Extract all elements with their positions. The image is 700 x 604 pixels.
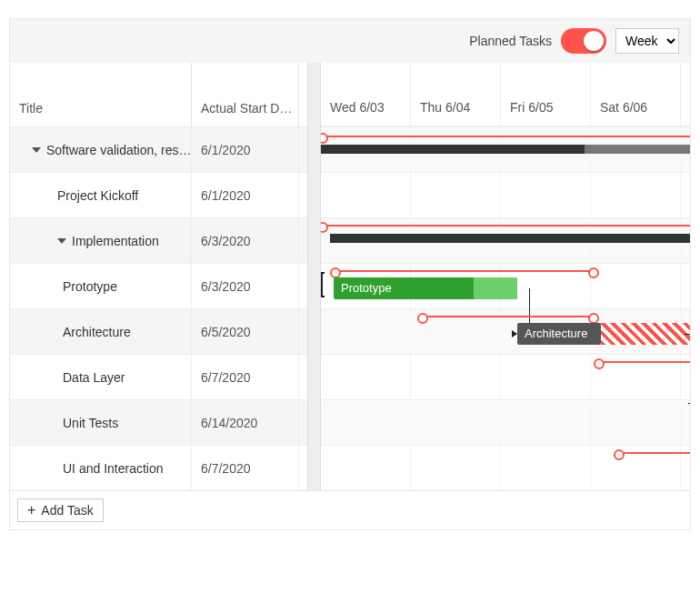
day-header: Sat 6/06 [591,63,681,126]
task-table: Title Actual Start D… Software validatio… [10,63,308,490]
add-task-label: Add Task [41,503,93,518]
task-start-cell: 6/7/2020 [192,446,299,490]
timeline-pane: Wed 6/03 Thu 6/04 Fri 6/05 Sat 6/06 [308,63,690,490]
planned-range[interactable] [334,270,595,272]
task-title: Implementation [72,234,159,248]
task-title: Data Layer [63,370,125,385]
planned-range[interactable] [617,452,690,454]
column-header-title[interactable]: Title [10,63,192,126]
table-row[interactable]: UI and Interaction 6/7/2020 [10,445,307,490]
column-header-start[interactable]: Actual Start D… [192,63,299,126]
gantt-grid: Title Actual Start D… Software validatio… [10,63,690,490]
summary-bar[interactable] [330,234,690,243]
task-title-cell: Unit Tests [10,400,192,445]
chevron-down-icon[interactable] [32,147,41,153]
chevron-down-icon[interactable] [57,238,66,244]
start-marker-icon [321,272,323,297]
task-bar-architecture[interactable]: Architecture [517,323,601,345]
dependency-link [688,403,690,474]
progress-remaining [474,277,517,299]
day-header: Fri 6/05 [501,63,591,126]
timeline-header: Wed 6/03 Thu 6/04 Fri 6/05 Sat 6/06 [321,63,690,126]
task-bar-late[interactable] [601,323,690,345]
summary-bar-overrun [585,145,690,154]
table-row[interactable]: Architecture 6/5/2020 [10,308,307,354]
task-table-header: Title Actual Start D… [10,63,307,126]
table-row[interactable]: Data Layer 6/7/2020 [10,354,307,399]
task-bar-label: Architecture [525,327,587,340]
task-start-cell: 6/7/2020 [192,355,299,399]
table-row[interactable]: Prototype 6/3/2020 [10,263,307,308]
table-row[interactable]: Project Kickoff 6/1/2020 [10,172,307,217]
task-start-cell: 6/3/2020 [192,218,299,263]
task-title-cell: Implementation [10,218,192,263]
task-table-body: Software validation, res… 6/1/2020 Proje… [10,126,307,490]
planned-tasks-toggle[interactable] [561,28,606,54]
view-scale-select[interactable]: Week [615,28,679,54]
add-task-button[interactable]: + Add Task [17,498,104,522]
task-start-cell: 6/3/2020 [192,264,299,308]
timeline-row-stripes [321,126,690,490]
task-bar-label: Prototype [341,281,392,295]
task-title: Project Kickoff [57,188,138,203]
toggle-knob [584,31,604,51]
task-title: Unit Tests [63,416,118,430]
task-title-cell: Data Layer [10,355,192,399]
task-title-cell: UI and Interaction [10,446,192,490]
task-title: Architecture [63,325,131,339]
planned-range[interactable] [321,225,690,226]
planned-tasks-label: Planned Tasks [469,34,552,48]
plus-icon: + [27,503,35,518]
planned-range[interactable] [421,316,595,317]
dependency-link [685,334,690,385]
task-start-cell: 6/1/2020 [192,173,299,217]
task-start-cell: 6/5/2020 [192,309,299,354]
task-title: Software validation, res… [46,143,192,157]
task-start-cell: 6/1/2020 [192,127,299,172]
task-title-cell: Software validation, res… [10,127,192,172]
planned-range[interactable] [321,136,690,137]
task-title-cell: Prototype [10,264,192,308]
task-title: UI and Interaction [63,461,164,476]
gantt-footer: + Add Task [10,490,690,529]
table-row[interactable]: Unit Tests 6/14/2020 [10,399,307,445]
task-title-cell: Architecture [10,309,192,354]
day-header: Thu 6/04 [411,63,501,126]
table-row[interactable]: Implementation 6/3/2020 [10,217,307,263]
task-start-cell: 6/14/2020 [192,400,299,445]
summary-bar[interactable] [312,145,585,154]
timeline-body[interactable]: Prototype Architecture [321,126,690,490]
splitter-handle[interactable] [308,63,321,490]
day-header: Wed 6/03 [321,63,411,126]
task-bar-prototype[interactable]: Prototype [334,277,517,299]
task-title: Prototype [63,279,117,294]
toolbar: Planned Tasks Week [10,19,690,63]
task-title-cell: Project Kickoff [10,173,192,217]
gantt-panel: Planned Tasks Week Title Actual Start D…… [9,18,691,530]
table-row[interactable]: Software validation, res… 6/1/2020 [10,126,307,172]
planned-range[interactable] [597,361,690,363]
